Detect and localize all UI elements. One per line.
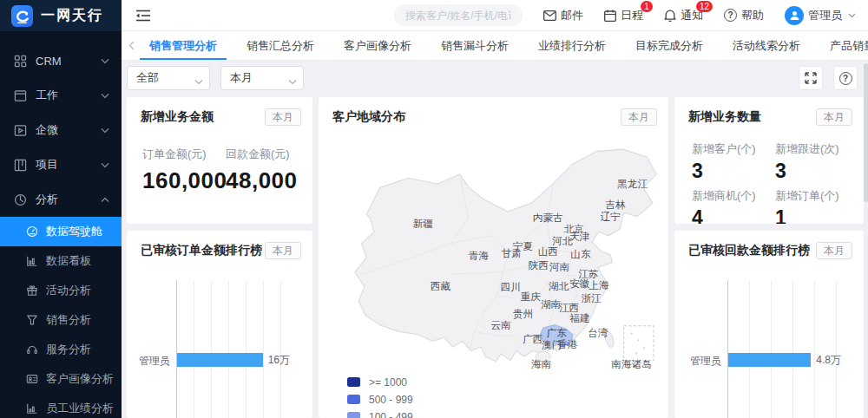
province-label: 上海 — [589, 279, 609, 291]
scope-select[interactable]: 全部 — [127, 66, 210, 90]
sidebar-item-employee-performance-analysis[interactable]: 员工业绩分析 — [0, 394, 122, 418]
legend-label: 500 - 999 — [369, 394, 413, 406]
bell-icon — [664, 9, 676, 22]
tab-performance-ranking[interactable]: 业绩排行分析 — [529, 31, 615, 60]
period-badge[interactable]: 本月 — [816, 242, 852, 259]
sidebar-item-label: 服务分析 — [46, 342, 91, 357]
sidebar-item-activity-analysis[interactable]: 活动分析 — [0, 276, 122, 305]
province-label: 山西 — [538, 245, 559, 257]
province-label: 重庆 — [521, 291, 542, 302]
stat-label: 回款金额(元) — [226, 147, 306, 162]
logo-area: 一网天行 — [0, 0, 122, 31]
legend-item: >= 1000 — [347, 376, 413, 388]
bar-value-label: 16万 — [268, 353, 290, 368]
period-badge[interactable]: 本月 — [265, 108, 301, 126]
bar-row: 管理员 16万 — [177, 353, 290, 367]
sidebar-item-data-cockpit[interactable]: 数据驾驶舱 — [0, 217, 122, 246]
search-input[interactable] — [394, 4, 523, 26]
left-column: 新增业务金额 本月 订单金额(元) 160,000 回款金额(元) 48,000 — [127, 97, 312, 418]
tab-goal-completion[interactable]: 目标完成分析 — [626, 31, 713, 60]
sidebar-item-sales-analysis[interactable]: 销售分析 — [0, 305, 122, 335]
sidebar-item-data-board[interactable]: 数据看板 — [0, 246, 122, 276]
bar[interactable] — [728, 353, 811, 367]
sidebar-item-service-analysis[interactable]: 服务分析 — [0, 335, 122, 364]
period-badge[interactable]: 本月 — [816, 108, 852, 126]
province-label: 四川 — [501, 281, 521, 292]
sidebar-item-work[interactable]: 工作 — [0, 78, 122, 113]
sidebar-item-analysis[interactable]: 分析 — [0, 182, 122, 217]
grid-icon — [14, 55, 27, 68]
period-select[interactable]: 本月 — [220, 66, 304, 90]
sidebar-item-label: 数据驾驶舱 — [46, 224, 102, 239]
scrollbar[interactable] — [864, 63, 868, 418]
sidebar-item-customer-profile-analysis[interactable]: 客户画像分析 — [0, 364, 122, 394]
stat-value: 160,000 — [142, 167, 222, 194]
filter-bar: 全部 本月 ? — [122, 61, 868, 95]
chevron-down-icon — [848, 13, 856, 18]
sidebar-item-wecom[interactable]: 企微 — [0, 113, 122, 147]
sidebar-item-label: 员工业绩分析 — [46, 401, 114, 416]
help-button[interactable]: ? — [833, 66, 858, 90]
tab-product-sales[interactable]: 产品销量分析 — [820, 31, 868, 60]
stat-label: 订单金额(元) — [142, 147, 222, 162]
period-select-value: 本月 — [230, 70, 253, 86]
schedule-menu[interactable]: 日程 1 — [604, 8, 643, 23]
chevron-down-icon — [101, 162, 109, 168]
sidebar-nav: CRM 工作 企微 项目 分析 数据驾驶舱 数据看板 — [0, 31, 122, 418]
province-label: 辽宁 — [601, 211, 621, 222]
menu-fold-icon[interactable] — [134, 6, 153, 25]
bar-value-label: 4.8万 — [816, 353, 841, 368]
question-icon: ? — [839, 72, 852, 85]
tab-customer-profile[interactable]: 客户画像分析 — [334, 31, 421, 60]
chevron-down-icon — [101, 58, 109, 64]
help-icon: ? — [724, 9, 737, 22]
sidebar-item-label: 数据看板 — [46, 253, 91, 269]
tab-sales-summary[interactable]: 销售汇总分析 — [237, 31, 324, 60]
sidebar-item-crm[interactable]: CRM — [0, 43, 122, 78]
south-sea-islets — [631, 333, 645, 355]
crm-dashboard-app: 一网天行 邮件 日程 1 通知 12 ? 帮助 — [0, 0, 868, 418]
tabs-scroll-left-icon[interactable] — [128, 31, 135, 60]
stat-value: 1 — [775, 206, 855, 224]
sidebar-item-label: 客户画像分析 — [46, 371, 114, 387]
province-label: 福建 — [569, 312, 590, 323]
province-label: 西藏 — [431, 280, 451, 291]
user-menu[interactable]: 管理员 — [785, 6, 856, 25]
province-label: 河北 — [551, 235, 573, 246]
china-map[interactable]: 新疆青海西藏黑龙江吉林辽宁内蒙古北京天津河北宁夏甘肃山西山东陕西河南江苏四川重庆… — [320, 130, 668, 418]
legend-item: 100 - 499 — [347, 411, 413, 418]
province-label: 黑龙江 — [617, 178, 648, 189]
province-label: 台湾 — [588, 327, 608, 338]
dashboard-cards: 新增业务金额 本月 订单金额(元) 160,000 回款金额(元) 48,000 — [122, 95, 868, 418]
card-title: 新增业务金额 — [141, 109, 214, 125]
tab-activity-leads[interactable]: 活动线索分析 — [723, 31, 810, 60]
sidebar-item-project[interactable]: 项目 — [0, 147, 122, 182]
tab-sales-funnel[interactable]: 销售漏斗分析 — [431, 31, 518, 60]
card-title: 已审核回款金额排行榜 — [688, 243, 810, 258]
help-label: 帮助 — [741, 8, 764, 23]
chevron-down-icon — [101, 93, 109, 99]
notification-menu[interactable]: 通知 12 — [664, 8, 703, 23]
legend-swatch — [347, 377, 360, 387]
province-label: 甘肃 — [502, 247, 522, 258]
stat-new-followups: 新增跟进(次) 3 — [775, 141, 855, 183]
stat-label: 新增跟进(次) — [775, 141, 855, 157]
period-badge[interactable]: 本月 — [621, 108, 657, 126]
schedule-badge: 1 — [641, 1, 653, 12]
tab-sales-management[interactable]: 销售管理分析 — [140, 31, 227, 60]
mail-menu[interactable]: 邮件 — [543, 8, 583, 23]
sidebar-item-label: 销售分析 — [46, 312, 91, 328]
bar-row: 管理员 4.8万 — [728, 353, 841, 367]
mail-label: 邮件 — [561, 8, 583, 23]
period-badge[interactable]: 本月 — [265, 242, 301, 259]
scrollbar-thumb[interactable] — [864, 63, 868, 202]
middle-column: 客户地域分布 本月 — [319, 97, 668, 418]
sidebar-item-label: 活动分析 — [46, 283, 91, 298]
main-content: 销售管理分析 销售汇总分析 客户画像分析 销售漏斗分析 业绩排行分析 目标完成分… — [122, 31, 868, 418]
help-menu[interactable]: ? 帮助 — [724, 8, 764, 23]
province-label: 湖北 — [549, 280, 569, 291]
fullscreen-button[interactable] — [799, 66, 823, 90]
bar[interactable] — [177, 353, 263, 367]
stat-label: 新增客户(个) — [692, 141, 772, 157]
province-label: 香港 — [557, 338, 578, 349]
